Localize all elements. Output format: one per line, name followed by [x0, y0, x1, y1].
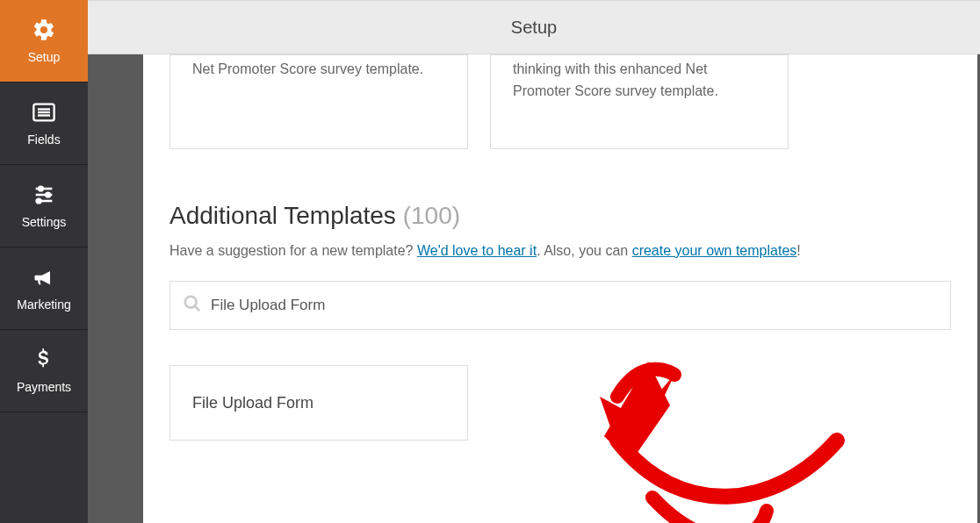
- page-title: Setup: [511, 18, 557, 38]
- template-card[interactable]: thinking with this enhanced Net Promoter…: [490, 54, 789, 149]
- sidebar-item-fields[interactable]: Fields: [0, 82, 88, 165]
- suggestion-link-create-own[interactable]: create your own templates: [632, 243, 797, 258]
- template-card[interactable]: Net Promoter Score survey template.: [169, 54, 468, 149]
- heading-text: Additional Templates: [169, 202, 396, 229]
- sidebar-item-label: Setup: [28, 50, 61, 64]
- suggestion-text: Have a suggestion for a new template? We…: [169, 240, 951, 262]
- annotation-arrow-icon: [600, 344, 863, 523]
- template-card-text: Net Promoter Score survey template.: [192, 61, 423, 76]
- template-search-wrap: [169, 281, 951, 330]
- list-icon: [32, 100, 56, 127]
- gear-icon: [32, 18, 56, 45]
- sidebar-nav: Setup Fields Settings Marketing Payments: [0, 0, 88, 523]
- svg-line-11: [195, 306, 199, 311]
- svg-point-7: [46, 193, 50, 197]
- search-icon: [183, 294, 202, 317]
- sidebar-item-setup[interactable]: Setup: [0, 0, 88, 82]
- sidebar-item-marketing[interactable]: Marketing: [0, 247, 88, 330]
- template-result-label: File Upload Form: [192, 394, 313, 412]
- sidebar-item-label: Payments: [17, 380, 71, 394]
- sidebar-item-label: Settings: [22, 215, 67, 229]
- svg-point-5: [39, 187, 43, 191]
- header-bar: Setup: [88, 0, 980, 54]
- template-card-text: thinking with this enhanced Net Promoter…: [513, 61, 718, 98]
- templates-count: (100): [403, 202, 460, 229]
- additional-templates-heading: Additional Templates (100): [169, 202, 951, 230]
- sliders-icon: [32, 183, 56, 210]
- svg-point-9: [37, 199, 41, 204]
- dollar-icon: [34, 347, 54, 375]
- setup-panel: Net Promoter Score survey template. thin…: [143, 54, 977, 523]
- template-search-input[interactable]: [211, 297, 938, 314]
- sidebar-item-payments[interactable]: Payments: [0, 330, 88, 412]
- svg-point-10: [185, 297, 197, 308]
- bullhorn-icon: [32, 265, 56, 292]
- sidebar-item-label: Fields: [27, 133, 60, 147]
- sidebar-item-label: Marketing: [17, 297, 70, 312]
- sidebar-item-settings[interactable]: Settings: [0, 165, 88, 247]
- suggestion-link-hear-it[interactable]: We'd love to hear it: [417, 243, 537, 258]
- template-result-file-upload-form[interactable]: File Upload Form: [169, 365, 468, 441]
